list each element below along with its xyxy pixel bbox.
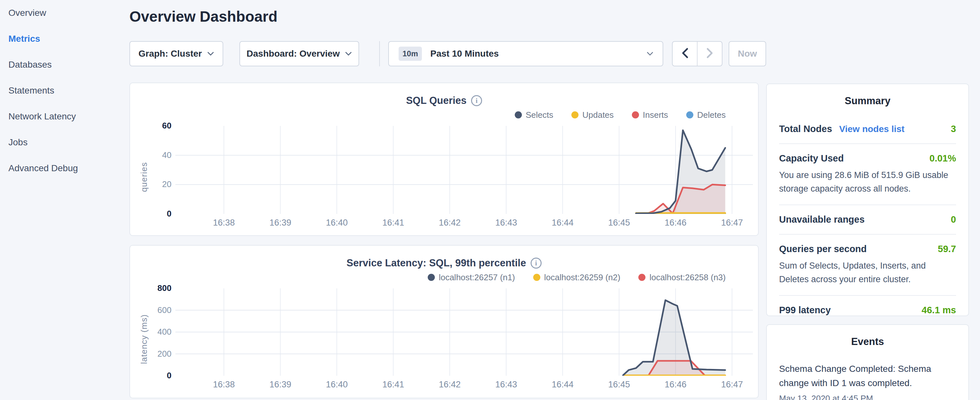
legend-item: localhost:26257 (n1) [428, 273, 515, 282]
unavailable-ranges-value: 0 [951, 214, 956, 225]
legend-item: localhost:26258 (n3) [638, 273, 726, 282]
legend-label: localhost:26259 (n2) [544, 273, 620, 282]
divider [779, 295, 956, 296]
x-tick-label: 16:47 [721, 379, 743, 390]
legend-item: Updates [571, 110, 614, 120]
qps-description: Sum of Selects, Updates, Inserts, and De… [779, 259, 956, 286]
capacity-used-description: You are using 28.6 MiB of 515.9 GiB usab… [779, 168, 956, 196]
x-tick-label: 16:42 [439, 379, 461, 390]
x-tick-label: 16:43 [495, 379, 517, 390]
x-tick-label: 16:39 [269, 218, 291, 228]
x-tick-label: 16:39 [269, 379, 291, 390]
total-nodes-value: 3 [951, 124, 956, 134]
x-axis-ticks: 16:3816:3916:4016:4116:4216:4316:4416:45… [175, 214, 753, 228]
legend-item: Deletes [686, 110, 726, 120]
sql-queries-panel: SQL Queries i SelectsUpdatesInsertsDelet… [129, 83, 759, 236]
chevron-down-icon [646, 51, 654, 56]
sidebar-item-metrics[interactable]: Metrics [0, 26, 129, 52]
dashboard-dropdown[interactable]: Dashboard: Overview [239, 41, 359, 66]
capacity-used-label: Capacity Used [779, 153, 844, 164]
sql-queries-chart[interactable] [175, 126, 753, 214]
capacity-used-value: 0.01% [929, 153, 956, 164]
summary-row-qps: Queries per second 59.7 [779, 244, 956, 254]
y-axis-ticks: 0204060 [151, 126, 175, 228]
info-icon[interactable]: i [471, 95, 482, 106]
chevron-down-icon [345, 51, 352, 56]
sidebar-item-overview[interactable]: Overview [0, 0, 129, 26]
time-prev-button[interactable] [673, 42, 697, 66]
graph-dropdown-label: Graph: Cluster [138, 49, 202, 59]
p99-latency-label: P99 latency [779, 305, 831, 316]
chevron-left-icon [681, 47, 689, 60]
p99-latency-value: 46.1 ms [922, 305, 956, 316]
time-range-dropdown[interactable]: 10m Past 10 Minutes [388, 41, 663, 66]
controls-bar: Graph: Cluster Dashboard: Overview 10m P… [129, 41, 759, 66]
events-panel: Events Schema Change Completed: Schema c… [766, 324, 969, 400]
divider [779, 143, 956, 144]
time-range-badge: 10m [399, 46, 422, 61]
summary-row-capacity: Capacity Used 0.01% [779, 153, 956, 164]
legend-dot-icon [515, 112, 522, 118]
sidebar-item-databases[interactable]: Databases [0, 52, 129, 78]
controls-divider [379, 41, 380, 66]
chart-title: SQL Queries [406, 95, 466, 107]
info-icon[interactable]: i [531, 258, 542, 269]
x-tick-label: 16:46 [665, 218, 687, 228]
x-tick-label: 16:44 [552, 218, 574, 228]
legend-item: Selects [515, 110, 553, 120]
legend-label: localhost:26257 (n1) [439, 273, 515, 282]
x-tick-label: 16:42 [439, 218, 461, 228]
x-tick-label: 16:47 [721, 218, 743, 228]
sidebar: Overview Metrics Databases Statements Ne… [0, 0, 129, 400]
view-nodes-list-link[interactable]: View nodes list [839, 124, 905, 134]
legend-item: localhost:26259 (n2) [533, 273, 620, 282]
y-tick-label: 200 [158, 349, 172, 359]
legend-dot-icon [533, 274, 540, 281]
sidebar-item-advanced-debug[interactable]: Advanced Debug [0, 155, 129, 181]
legend-dot-icon [686, 112, 694, 118]
legend-dot-icon [632, 112, 639, 118]
divider [779, 234, 956, 234]
chart-legend: localhost:26257 (n1)localhost:26259 (n2)… [130, 272, 758, 282]
legend-dot-icon [428, 274, 435, 281]
x-tick-label: 16:38 [213, 379, 235, 390]
time-next-button[interactable] [697, 42, 722, 66]
x-tick-label: 16:44 [552, 379, 574, 390]
y-axis-title: queries [137, 126, 151, 228]
x-tick-label: 16:40 [326, 218, 348, 228]
summary-panel: Summary Total Nodes View nodes list 3 Ca… [766, 83, 969, 316]
x-tick-label: 16:43 [495, 218, 517, 228]
legend-dot-icon [571, 112, 579, 118]
y-tick-label: 400 [158, 327, 172, 337]
summary-row-total-nodes: Total Nodes View nodes list 3 [779, 124, 956, 134]
now-button[interactable]: Now [729, 41, 766, 66]
qps-value: 59.7 [938, 244, 956, 254]
legend-label: Updates [582, 110, 614, 120]
y-axis-ticks: 0200400600800 [151, 288, 175, 390]
y-tick-label: 0 [167, 371, 172, 381]
page-title: Overview Dashboard [129, 8, 278, 25]
y-tick-label: 60 [162, 121, 172, 131]
sidebar-item-jobs[interactable]: Jobs [0, 129, 129, 155]
total-nodes-label: Total Nodes [779, 124, 832, 134]
event-timestamp: May 13, 2020 at 4:45 PM [779, 394, 956, 400]
event-message[interactable]: Schema Change Completed: Schema change w… [779, 362, 956, 390]
graph-dropdown[interactable]: Graph: Cluster [129, 41, 223, 66]
sidebar-item-statements[interactable]: Statements [0, 78, 129, 104]
legend-label: Inserts [643, 110, 668, 120]
y-tick-label: 800 [158, 283, 172, 293]
y-tick-label: 20 [162, 179, 172, 189]
x-tick-label: 16:41 [382, 218, 404, 228]
chevron-down-icon [207, 51, 214, 56]
legend-label: localhost:26258 (n3) [649, 273, 726, 282]
service-latency-panel: Service Latency: SQL, 99th percentile i … [129, 245, 759, 398]
sidebar-item-network-latency[interactable]: Network Latency [0, 104, 129, 129]
x-tick-label: 16:46 [665, 379, 687, 390]
summary-title: Summary [779, 95, 956, 107]
x-axis-ticks: 16:3816:3916:4016:4116:4216:4316:4416:45… [175, 376, 753, 390]
x-tick-label: 16:45 [608, 218, 630, 228]
divider [779, 204, 956, 205]
legend-dot-icon [638, 274, 646, 281]
service-latency-chart[interactable] [175, 288, 753, 376]
unavailable-ranges-label: Unavailable ranges [779, 214, 864, 225]
